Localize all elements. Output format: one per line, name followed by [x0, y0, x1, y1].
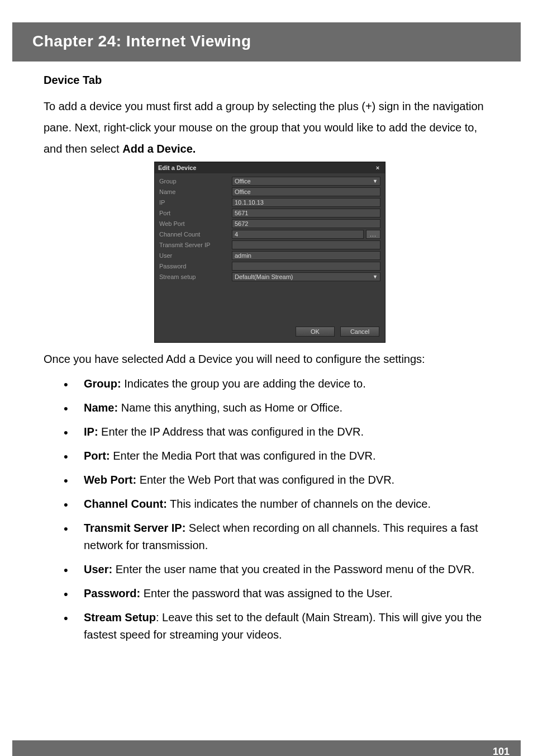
name-input[interactable]: Office: [232, 187, 380, 196]
group-select[interactable]: Office ▼: [232, 177, 380, 186]
ok-label: OK: [311, 328, 320, 335]
name-value: Office: [235, 187, 251, 196]
user-value: admin: [235, 251, 251, 260]
edit-device-dialog: Edit a Device × Group Office ▼ Name: [154, 162, 386, 343]
dialog-screenshot: Edit a Device × Group Office ▼ Name: [44, 162, 496, 343]
bullet-text: Enter the IP Address that was configured…: [98, 426, 364, 438]
chapter-header: Chapter 24: Internet Viewing: [12, 22, 521, 62]
content: Device Tab To add a device you must firs…: [0, 62, 533, 644]
row-webport: Web Port 5672: [159, 219, 380, 228]
label-password: Password: [159, 263, 232, 270]
port-value: 5671: [235, 209, 248, 218]
dialog-spacer: [159, 283, 380, 321]
list-item: Web Port: Enter the Web Port that was co…: [60, 471, 496, 489]
list-item: Port: Enter the Media Port that was conf…: [60, 447, 496, 465]
label-channelcount: Channel Count: [159, 231, 232, 238]
bullet-term: Channel Count:: [84, 498, 167, 510]
bullet-term: Password:: [84, 587, 140, 599]
row-tsip: Transmit Server IP: [159, 240, 380, 249]
row-stream: Stream setup Default(Main Stream) ▼: [159, 272, 380, 281]
row-ip: IP 10.1.10.13: [159, 198, 380, 207]
label-webport: Web Port: [159, 220, 232, 227]
password-input[interactable]: [232, 262, 380, 271]
list-item: User: Enter the user name that you creat…: [60, 561, 496, 578]
settings-list: Group: Indicates the group you are addin…: [60, 375, 496, 644]
dialog-title-text: Edit a Device: [158, 164, 196, 171]
chevron-down-icon: ▼: [373, 177, 378, 186]
group-select-value: Office: [235, 177, 251, 186]
list-item: Name: Name this anything, such as Home o…: [60, 399, 496, 417]
bullet-text: This indicates the number of channels on…: [167, 498, 431, 510]
label-name: Name: [159, 188, 232, 195]
row-channelcount: Channel Count 4 ...: [159, 230, 380, 239]
cancel-button[interactable]: Cancel: [340, 327, 379, 337]
dialog-footer: OK Cancel: [155, 323, 385, 342]
dialog-titlebar: Edit a Device ×: [155, 162, 385, 173]
bullet-term: IP:: [84, 426, 98, 438]
footer: 101: [12, 740, 521, 756]
bullet-text: Enter the user name that you created in …: [112, 563, 474, 575]
row-group: Group Office ▼: [159, 177, 380, 186]
bullet-term: Group:: [84, 377, 121, 390]
chevron-down-icon: ▼: [373, 272, 378, 281]
label-group: Group: [159, 178, 232, 185]
bullet-text: Enter the password that was assigned to …: [140, 587, 392, 599]
channelcount-input[interactable]: 4: [232, 230, 364, 239]
list-item: Group: Indicates the group you are addin…: [60, 375, 496, 393]
bullet-text: Enter the Media Port that was configured…: [110, 450, 376, 462]
section-heading: Device Tab: [44, 74, 496, 87]
intro-bold: Add a Device.: [122, 143, 196, 155]
label-tsip: Transmit Server IP: [159, 242, 232, 248]
bullet-text: Name this anything, such as Home or Offi…: [118, 401, 342, 414]
bullet-text: Indicates the group you are adding the d…: [121, 377, 366, 390]
label-ip: IP: [159, 199, 232, 206]
bullet-term: Port:: [84, 450, 110, 462]
row-name: Name Office: [159, 187, 380, 196]
channelcount-value: 4: [235, 230, 238, 239]
stream-select[interactable]: Default(Main Stream) ▼: [232, 272, 380, 281]
bullet-text: Enter the Web Port that was configured i…: [136, 474, 394, 486]
label-stream: Stream setup: [159, 273, 232, 280]
ok-button[interactable]: OK: [296, 327, 335, 337]
port-input[interactable]: 5671: [232, 209, 380, 218]
stream-value: Default(Main Stream): [235, 272, 293, 281]
channelcount-browse-button[interactable]: ...: [366, 230, 380, 239]
page: Chapter 24: Internet Viewing Device Tab …: [0, 22, 533, 756]
intro-text: To add a device you must first add a gro…: [44, 100, 484, 155]
list-item: Channel Count: This indicates the number…: [60, 495, 496, 513]
row-user: User admin: [159, 251, 380, 260]
ellipsis-icon: ...: [370, 231, 376, 238]
bullet-term: User:: [84, 563, 112, 575]
close-icon[interactable]: ×: [374, 164, 382, 172]
row-password: Password: [159, 262, 380, 271]
list-item: Password: Enter the password that was as…: [60, 585, 496, 602]
page-number: 101: [493, 746, 510, 757]
label-port: Port: [159, 210, 232, 216]
intro-paragraph: To add a device you must first add a gro…: [44, 96, 496, 159]
row-port: Port 5671: [159, 209, 380, 218]
chapter-title: Chapter 24: Internet Viewing: [32, 32, 513, 50]
bullet-term: Web Port:: [84, 474, 136, 486]
list-item: Stream Setup: Leave this set to the defa…: [60, 609, 496, 644]
webport-value: 5672: [235, 219, 248, 228]
after-dialog-paragraph: Once you have selected Add a Device you …: [44, 348, 496, 370]
ip-value: 10.1.10.13: [235, 198, 264, 207]
user-input[interactable]: admin: [232, 251, 380, 260]
webport-input[interactable]: 5672: [232, 219, 380, 228]
ip-input[interactable]: 10.1.10.13: [232, 198, 380, 207]
list-item: Transmit Server IP: Select when recordin…: [60, 519, 496, 554]
bullet-term: Name:: [84, 401, 118, 414]
bullet-term: Transmit Server IP:: [84, 522, 185, 534]
bullet-term: Stream Setup: [84, 611, 156, 623]
label-user: User: [159, 252, 232, 259]
list-item: IP: Enter the IP Address that was config…: [60, 423, 496, 441]
cancel-label: Cancel: [350, 328, 369, 335]
tsip-input[interactable]: [232, 240, 380, 249]
dialog-body: Group Office ▼ Name Office IP: [155, 173, 385, 323]
